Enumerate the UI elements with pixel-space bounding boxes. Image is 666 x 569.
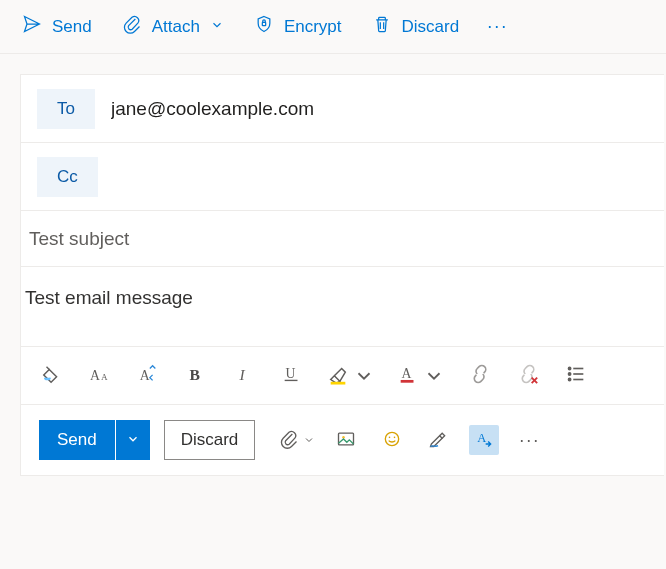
underline-icon: U (281, 363, 303, 388)
picture-icon (336, 429, 356, 452)
to-button[interactable]: To (37, 89, 95, 129)
highlighter-icon (327, 363, 349, 388)
attach-top-button[interactable]: Attach (116, 8, 230, 45)
link-icon (469, 363, 491, 388)
paperclip-icon (122, 14, 142, 39)
send-top-button[interactable]: Send (16, 8, 98, 45)
paint-roller-icon (41, 363, 63, 388)
bullet-list-icon (565, 363, 587, 388)
body-text[interactable]: Test email message (25, 287, 656, 309)
send-split-button: Send (39, 420, 150, 460)
shield-lock-icon (254, 14, 274, 39)
discard-button-label: Discard (181, 430, 239, 449)
cc-row: Cc (21, 143, 664, 211)
svg-text:A: A (101, 372, 108, 382)
to-row: To (21, 75, 664, 143)
bold-icon: B (185, 363, 207, 388)
font-color-button[interactable]: A (397, 362, 445, 390)
format-painter-button[interactable] (39, 362, 65, 390)
italic-icon: I (233, 363, 255, 388)
cc-input[interactable] (114, 166, 648, 188)
svg-text:A: A (402, 366, 412, 381)
action-icon-group: A ··· (279, 425, 544, 455)
svg-point-23 (394, 436, 396, 438)
more-options-top[interactable]: ··· (483, 10, 512, 43)
send-button[interactable]: Send (39, 420, 115, 460)
attach-top-label: Attach (152, 17, 200, 37)
text-format-icon: A (474, 429, 494, 452)
chevron-down-icon (210, 17, 224, 37)
trash-icon (372, 14, 392, 39)
subject-input[interactable] (29, 228, 656, 250)
discard-top-label: Discard (402, 17, 460, 37)
discard-button[interactable]: Discard (164, 420, 256, 460)
remove-link-button[interactable] (515, 362, 541, 390)
italic-button[interactable]: I (231, 362, 257, 390)
cc-button[interactable]: Cc (37, 157, 98, 197)
svg-rect-0 (262, 22, 265, 25)
show-formatting-button[interactable]: A (469, 425, 499, 455)
svg-rect-19 (339, 433, 354, 445)
paperclip-icon (279, 429, 299, 452)
action-bar: Send Discard (21, 405, 664, 475)
font-size-icon: AA (89, 363, 111, 388)
format-toolbar: AA A B I U (21, 347, 664, 405)
to-label: To (57, 99, 75, 118)
svg-text:B: B (190, 366, 200, 383)
send-button-label: Send (57, 430, 97, 449)
svg-text:I: I (238, 366, 245, 383)
change-case-icon: A (137, 363, 159, 388)
svg-text:A: A (140, 368, 150, 383)
unlink-icon (517, 363, 539, 388)
pen-icon (428, 429, 448, 452)
svg-text:A: A (90, 368, 100, 383)
attach-bottom-button[interactable] (279, 425, 315, 455)
svg-text:A: A (478, 431, 487, 445)
smiley-icon (382, 429, 402, 452)
svg-text:U: U (286, 366, 296, 381)
underline-button[interactable]: U (279, 362, 305, 390)
discard-top-button[interactable]: Discard (366, 8, 466, 45)
change-case-button[interactable]: A (135, 362, 161, 390)
body-area[interactable]: Test email message (21, 267, 664, 347)
bold-button[interactable]: B (183, 362, 209, 390)
insert-link-button[interactable] (467, 362, 493, 390)
chevron-down-icon (126, 432, 140, 449)
svg-point-21 (386, 432, 399, 445)
drawing-button[interactable] (423, 425, 453, 455)
send-options-button[interactable] (116, 420, 150, 460)
encrypt-top-button[interactable]: Encrypt (248, 8, 348, 45)
bullets-button[interactable] (563, 362, 589, 390)
svg-point-17 (568, 378, 570, 380)
svg-point-13 (568, 367, 570, 369)
insert-image-button[interactable] (331, 425, 361, 455)
font-color-icon: A (397, 363, 419, 388)
svg-point-15 (568, 373, 570, 375)
subject-row (21, 211, 664, 267)
font-size-button[interactable]: AA (87, 362, 113, 390)
more-options-bottom[interactable]: ··· (515, 430, 544, 451)
top-toolbar: Send Attach Encrypt Discard ··· (0, 0, 666, 54)
encrypt-top-label: Encrypt (284, 17, 342, 37)
to-input[interactable] (111, 98, 648, 120)
svg-point-22 (389, 436, 391, 438)
send-top-label: Send (52, 17, 92, 37)
send-icon (22, 14, 42, 39)
compose-panel: To Cc Test email message AA A (20, 74, 664, 476)
highlight-button[interactable] (327, 362, 375, 390)
cc-label: Cc (57, 167, 78, 186)
emoji-button[interactable] (377, 425, 407, 455)
